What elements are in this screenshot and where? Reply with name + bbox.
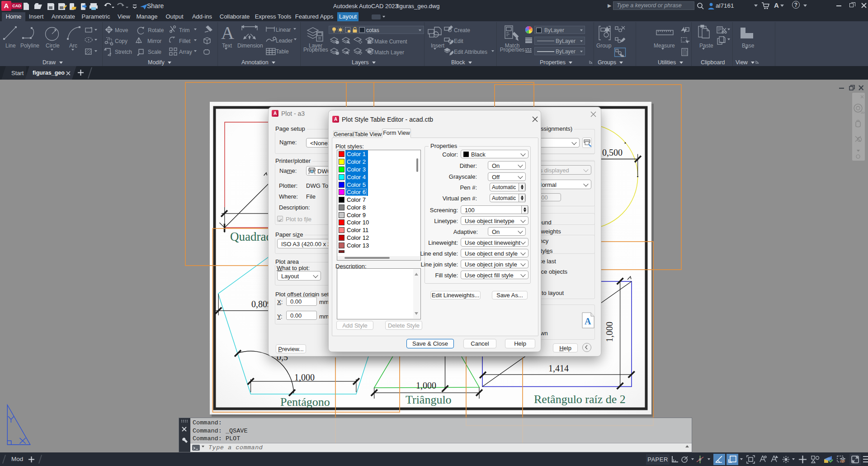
svg-text:1,000: 1,000 <box>294 372 315 382</box>
svg-text:1,000: 1,000 <box>416 380 436 390</box>
svg-text:2D: 2D <box>861 111 865 114</box>
svg-text:1,414: 1,414 <box>548 363 569 373</box>
svg-text:A: A <box>585 316 591 326</box>
svg-text:Triângulo: Triângulo <box>406 393 452 406</box>
svg-text:0,500: 0,500 <box>602 147 623 157</box>
svg-text:1,000: 1,000 <box>604 322 614 342</box>
svg-text:Pentágono: Pentágono <box>280 395 330 409</box>
svg-text:Retângulo raíz de 2: Retângulo raíz de 2 <box>534 393 626 406</box>
